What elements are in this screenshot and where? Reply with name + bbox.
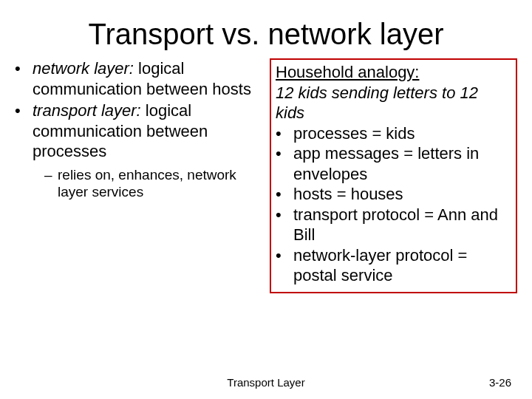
dash-icon: – [44, 166, 58, 202]
slide: Transport vs. network layer • network la… [0, 0, 532, 399]
bullet-text: hosts = houses [293, 184, 511, 205]
bullet-icon: • [15, 58, 33, 99]
left-column: • network layer: logical communication b… [15, 58, 262, 293]
term: network layer: [33, 59, 134, 78]
bullet-item: • transport protocol = Ann and Bill [276, 205, 511, 245]
sub-bullet-text: relies on, enhances, network layer servi… [58, 166, 262, 202]
analogy-heading: Household analogy: [276, 62, 511, 83]
bullet-item: • network layer: logical communication b… [15, 58, 262, 99]
bullet-item: • transport layer: logical communication… [15, 100, 262, 162]
bullet-text: network layer: logical communication bet… [33, 58, 262, 99]
footer-page-number: 3-26 [489, 376, 511, 389]
analogy-intro: 12 kids sending letters to 12 kids [276, 83, 511, 123]
footer-center: Transport Layer [0, 376, 532, 389]
bullet-text: transport protocol = Ann and Bill [293, 205, 511, 245]
term: transport layer: [33, 101, 141, 120]
bullet-item: • processes = kids [276, 123, 511, 144]
bullet-icon: • [276, 205, 293, 245]
bullet-text: network-layer protocol = postal service [293, 245, 511, 286]
content-columns: • network layer: logical communication b… [0, 58, 532, 293]
bullet-text: processes = kids [293, 123, 511, 144]
bullet-icon: • [276, 123, 293, 144]
bullet-item: • app messages = letters in envelopes [276, 143, 511, 184]
bullet-text: app messages = letters in envelopes [293, 143, 511, 184]
bullet-icon: • [15, 100, 33, 162]
right-column: Household analogy: 12 kids sending lette… [270, 58, 517, 293]
bullet-icon: • [276, 245, 293, 286]
slide-title: Transport vs. network layer [0, 0, 532, 58]
bullet-item: • hosts = houses [276, 184, 511, 205]
analogy-box: Household analogy: 12 kids sending lette… [270, 58, 517, 293]
bullet-icon: • [276, 143, 293, 184]
sub-bullet: – relies on, enhances, network layer ser… [44, 166, 262, 202]
bullet-text: transport layer: logical communication b… [33, 100, 262, 162]
bullet-icon: • [276, 184, 293, 205]
bullet-item: • network-layer protocol = postal servic… [276, 245, 511, 286]
